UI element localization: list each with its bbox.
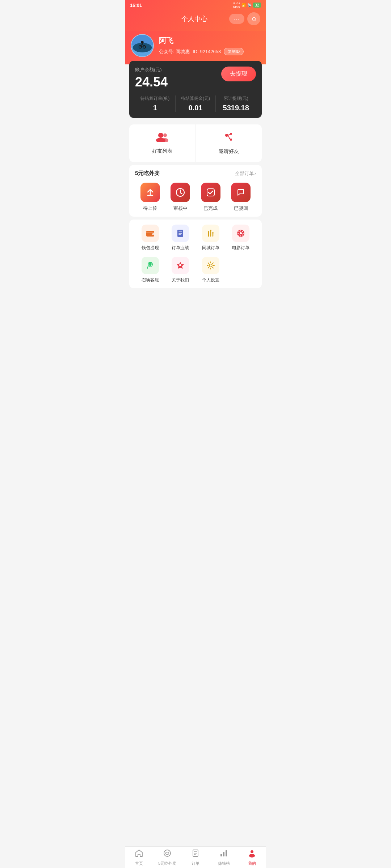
chevron-right-icon: › [255,171,256,176]
under-review-item[interactable]: 审核中 [171,183,190,212]
friend-list-button[interactable]: 好友列表 [129,124,196,162]
header-actions: ··· ⊙ [229,12,260,25]
profile-meta: 公众号: 同城惠 ID: 92142653 复制ID [159,48,260,55]
personal-settings-item[interactable]: 个人设置 [196,257,226,283]
svg-point-15 [225,134,228,137]
scan-icon: ⊙ [252,16,256,22]
customer-service-icon-box [142,257,159,274]
svg-point-31 [208,231,209,233]
withdraw-button[interactable]: 去提现 [221,67,256,81]
all-orders-label: 全部订单 [235,170,254,177]
about-us-label: 关于我们 [172,277,189,283]
order-performance-icon-box [172,225,189,242]
balance-top: 账户余额(元) 24.54 去提现 [135,67,256,90]
invite-friend-button[interactable]: 邀请好友 [196,124,262,162]
rejected-item[interactable]: 已驳回 [231,183,251,212]
movie-order-icon-box [232,225,249,242]
avatar [131,34,154,57]
orders-section: 5元吃外卖 全部订单 › 待上传 [129,165,262,217]
svg-point-16 [230,133,232,135]
svg-point-46 [148,264,149,265]
network-speed: 3.2GKB/s [233,1,240,9]
pending-commission-label: 待结算佣金(元) [176,95,216,102]
completed-item[interactable]: 已完成 [201,183,220,212]
svg-point-12 [163,133,167,137]
scan-button[interactable]: ⊙ [247,12,260,25]
invite-friend-icon [223,132,235,145]
customer-service-label: 召唤客服 [142,277,159,283]
local-order-label: 同城订单 [202,245,219,251]
profile-section: 阿飞 公众号: 同城惠 ID: 92142653 复制ID [125,31,266,64]
pending-commission-stat: 待结算佣金(元) 0.01 [176,95,216,112]
wallet-withdraw-icon-box [142,225,159,242]
personal-settings-icon-box [202,257,219,274]
balance-stats: 待结算订单(单) 1 待结算佣金(元) 0.01 累计提现(元) 5319.18 [135,95,256,112]
customer-service-item[interactable]: 召唤客服 [135,257,165,283]
about-us-icon-box [172,257,189,274]
orders-section-header: 5元吃外卖 全部订单 › [135,170,256,177]
friends-section: 好友列表 邀请好友 [129,124,262,162]
balance-card: 账户余额(元) 24.54 去提现 待结算订单(单) 1 待结算佣金(元) 0.… [129,61,262,118]
total-withdrawn-stat: 累计提现(元) 5319.18 [216,95,256,112]
order-icons-row: 待上传 审核中 已完成 [135,183,256,212]
order-performance-label: 订单业绩 [172,245,189,251]
balance-info: 账户余额(元) 24.54 [135,67,168,90]
friend-list-icon [156,132,169,144]
svg-point-47 [151,264,152,265]
under-review-label: 审核中 [173,205,188,212]
wallet-withdraw-label: 钱包提现 [142,245,159,251]
svg-point-33 [212,232,214,234]
pending-orders-label: 待结算订单(单) [135,95,175,102]
invite-friend-label: 邀请好友 [219,148,239,155]
pending-upload-icon-box [140,183,160,202]
svg-rect-26 [146,232,154,233]
svg-point-50 [209,264,212,267]
svg-point-25 [152,233,153,234]
status-bar: 16:01 3.2GKB/s 📶 📡 32 [125,0,266,10]
svg-point-2 [133,43,152,52]
svg-point-49 [179,264,181,266]
signal-icon: 📶 [241,3,246,7]
personal-settings-label: 个人设置 [202,277,219,283]
app-header: 个人中心 ··· ⊙ [125,10,266,31]
total-withdrawn-label: 累计提现(元) [216,95,256,102]
profile-info: 阿飞 公众号: 同城惠 ID: 92142653 复制ID [159,36,260,55]
pending-orders-value: 1 [135,104,175,112]
status-time: 16:01 [130,3,142,8]
total-withdrawn-value: 5319.18 [216,104,256,112]
completed-icon-box [201,183,220,202]
orders-section-title: 5元吃外卖 [135,170,160,177]
balance-label: 账户余额(元) [135,67,168,73]
pending-upload-item[interactable]: 待上传 [140,183,160,212]
pending-upload-label: 待上传 [143,205,157,212]
movie-order-label: 电影订单 [232,245,249,251]
svg-point-17 [230,139,232,141]
tools-section: 钱包提现 订单业绩 [129,220,262,288]
page-title: 个人中心 [160,14,229,23]
profile-id-label: ID: 92142653 [193,49,221,54]
svg-point-32 [210,230,211,231]
wallet-withdraw-item[interactable]: 钱包提现 [135,225,165,251]
friend-list-label: 好友列表 [152,148,172,154]
more-options-button[interactable]: ··· [229,14,244,24]
balance-amount: 24.54 [135,75,168,90]
about-us-item[interactable]: 关于我们 [165,257,196,283]
movie-order-item[interactable]: 电影订单 [226,225,256,251]
completed-label: 已完成 [203,205,218,212]
rejected-icon-box [231,183,251,202]
wifi-icon: 📡 [247,3,252,7]
svg-point-11 [158,133,163,138]
tools-grid: 钱包提现 订单业绩 [135,225,256,283]
pending-orders-stat: 待结算订单(单) 1 [135,95,176,112]
svg-line-18 [228,134,230,135]
public-account-label: 公众号: 同城惠 [159,48,190,55]
battery-icon: 32 [253,3,261,8]
local-order-icon-box [202,225,219,242]
copy-id-button[interactable]: 复制ID [224,48,244,55]
all-orders-link[interactable]: 全部订单 › [235,170,256,177]
order-performance-item[interactable]: 订单业绩 [165,225,196,251]
svg-point-3 [141,41,144,44]
svg-point-36 [240,232,242,234]
local-order-item[interactable]: 同城订单 [196,225,226,251]
rejected-label: 已驳回 [234,205,248,212]
